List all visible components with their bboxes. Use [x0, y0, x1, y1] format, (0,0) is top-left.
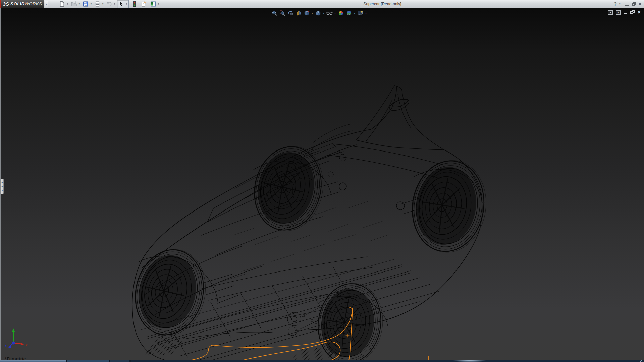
windows-taskbar-edge[interactable]	[0, 360, 644, 362]
collapse-arrow-icon: ◂	[1, 185, 2, 187]
taskbar-resize-grip	[640, 360, 644, 362]
zoom-to-area-button[interactable]	[278, 9, 286, 17]
document-restore-button[interactable]	[630, 10, 635, 14]
solidworks-logo: ЗS SOLID WORKS	[0, 0, 44, 8]
triad-origin	[12, 342, 15, 345]
new-document-button[interactable]	[58, 0, 66, 8]
display-style-button[interactable]	[314, 9, 322, 17]
brand-name-bold: SOLID	[10, 1, 24, 6]
display-style-icon	[315, 10, 321, 16]
triad-x-label: x	[25, 343, 28, 347]
show-left-pane-icon: ◂	[610, 11, 611, 14]
previous-view-icon	[287, 10, 293, 16]
options-icon	[150, 1, 156, 7]
viewport-canvas[interactable]: ▾ ▾ ▾	[0, 8, 644, 362]
show-left-pane-button[interactable]: ◂	[608, 10, 613, 15]
save-icon	[83, 1, 89, 7]
apply-scene-icon	[346, 10, 352, 16]
zoom-to-area-icon	[280, 10, 285, 16]
ds-logo-glyph: ЗS	[3, 1, 9, 7]
brand-name-light: WORKS	[25, 1, 42, 6]
view-orientation-icon	[304, 10, 310, 16]
edit-appearance-button[interactable]	[337, 9, 345, 17]
taskbar-highlight	[450, 360, 489, 362]
minimize-button[interactable]	[625, 2, 629, 6]
hide-show-items-icon	[326, 11, 333, 16]
select-tool-active: ▾	[117, 0, 129, 8]
taskbar-segment	[0, 360, 66, 362]
view-orientation-dropdown[interactable]: ▾	[311, 12, 314, 14]
restore-button[interactable]	[632, 2, 636, 6]
save-button[interactable]	[82, 0, 89, 8]
taskbar-segment	[109, 360, 129, 362]
document-window-controls: ◂ ▸ ×	[608, 10, 641, 15]
options-button[interactable]	[149, 0, 157, 8]
file-properties-icon	[141, 1, 147, 7]
new-document-icon	[59, 1, 65, 7]
app-window-controls: ? ▾ ×	[614, 0, 641, 8]
collapse-arrow-icon: ◂	[1, 190, 2, 192]
undo-icon	[106, 1, 112, 7]
headsup-toolbar: ▾ ▾ ▾	[270, 9, 368, 17]
titlebar: ЗS SOLID WORKS ▸ ▾	[0, 0, 644, 8]
show-right-pane-button[interactable]: ▸	[616, 10, 621, 15]
help-dropdown[interactable]: ▾	[619, 3, 621, 5]
show-right-pane-icon: ▸	[618, 11, 619, 14]
document-close-button[interactable]: ×	[638, 10, 641, 15]
apply-scene-button[interactable]	[345, 9, 353, 17]
expander-arrow-icon: ▸	[46, 3, 47, 5]
select-cursor-icon	[118, 1, 124, 7]
section-view-button[interactable]	[294, 9, 303, 17]
open-icon	[71, 1, 77, 7]
open-button[interactable]	[70, 0, 77, 8]
edit-appearance-icon	[338, 10, 344, 16]
help-button[interactable]: ?	[614, 1, 617, 7]
taskbar-segment	[129, 360, 131, 362]
document-minimize-button[interactable]	[624, 11, 627, 14]
view-settings-button[interactable]	[356, 9, 364, 17]
zoom-to-fit-icon	[272, 10, 277, 16]
supercar-wireframe-model	[0, 8, 644, 362]
display-style-dropdown[interactable]: ▾	[322, 12, 325, 14]
main-toolbar: ▾ ▾	[58, 0, 161, 8]
open-dropdown[interactable]: ▾	[77, 0, 81, 8]
toolbar-expand-button[interactable]: ▸	[45, 1, 48, 7]
view-orientation-button[interactable]	[303, 9, 311, 17]
zoom-to-fit-button[interactable]	[270, 9, 278, 17]
save-dropdown[interactable]: ▾	[89, 0, 93, 8]
collapse-arrow-icon: ◂	[1, 181, 2, 183]
print-button[interactable]	[94, 0, 101, 8]
file-properties-button[interactable]	[140, 0, 148, 8]
rebuild-traffic-light-icon	[132, 1, 137, 7]
undo-button[interactable]	[105, 0, 113, 8]
hide-show-items-button[interactable]	[325, 9, 333, 17]
select-button[interactable]	[117, 0, 125, 8]
rebuild-button[interactable]	[131, 0, 138, 8]
view-settings-dropdown[interactable]: ▾	[364, 12, 368, 14]
print-dropdown[interactable]: ▾	[101, 0, 105, 8]
options-dropdown[interactable]: ▾	[157, 0, 160, 8]
print-icon	[94, 1, 101, 7]
orientation-triad: x z	[3, 326, 32, 357]
view-settings-icon	[357, 10, 363, 16]
triad-z-label: z	[4, 344, 7, 348]
undo-dropdown[interactable]: ▾	[113, 0, 116, 8]
select-dropdown[interactable]: ▾	[125, 0, 128, 8]
close-button[interactable]: ×	[638, 0, 641, 8]
featuremanager-collapsed-tab[interactable]: ◂ ◂ ◂	[1, 179, 4, 194]
section-view-icon	[296, 10, 302, 16]
document-title: Supercar [Read-only]	[342, 0, 423, 8]
apply-scene-dropdown[interactable]: ▾	[353, 12, 356, 14]
new-dropdown[interactable]: ▾	[66, 0, 69, 8]
solidworks-window: ЗS SOLID WORKS ▸ ▾	[0, 0, 644, 362]
hide-show-items-dropdown[interactable]: ▾	[333, 12, 337, 14]
previous-view-button[interactable]	[286, 9, 294, 17]
taskbar-segment	[66, 360, 109, 362]
